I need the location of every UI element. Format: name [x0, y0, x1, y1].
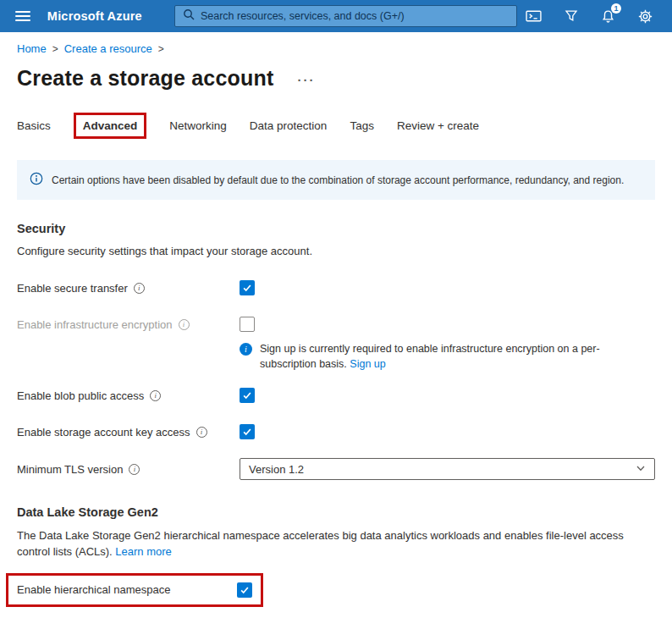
info-icon	[30, 172, 43, 188]
breadcrumb-home-link[interactable]: Home	[17, 42, 47, 55]
search-input[interactable]	[201, 10, 509, 22]
settings-gear-icon[interactable]	[637, 8, 653, 24]
minimum-tls-label: Minimum TLS version	[17, 463, 123, 476]
tab-advanced[interactable]: Advanced	[74, 113, 147, 139]
infrastructure-signup-note: Sign up is currently required to enable …	[240, 341, 655, 372]
info-banner-text: Certain options have been disabled by de…	[52, 174, 624, 186]
brand-title[interactable]: Microsoft Azure	[47, 9, 142, 23]
infrastructure-encryption-row: Enable infrastructure encryption	[17, 317, 655, 332]
blob-public-access-row: Enable blob public access	[17, 388, 655, 403]
tab-tags[interactable]: Tags	[350, 119, 374, 132]
info-banner: Certain options have been disabled by de…	[17, 160, 655, 200]
info-tooltip-icon[interactable]	[134, 283, 145, 294]
breadcrumb-separator-icon	[52, 42, 58, 55]
secure-transfer-label: Enable secure transfer	[17, 282, 128, 295]
info-tooltip-icon[interactable]	[196, 427, 207, 438]
search-icon	[183, 8, 195, 24]
notification-badge: 1	[611, 3, 621, 14]
directory-filter-icon[interactable]	[563, 8, 579, 24]
security-description: Configure security settings that impact …	[17, 245, 655, 258]
breadcrumb-separator-icon	[158, 42, 164, 55]
minimum-tls-row: Minimum TLS version Version 1.2	[17, 458, 655, 480]
key-access-checkbox[interactable]	[240, 424, 255, 439]
hamburger-menu-icon[interactable]	[15, 11, 30, 21]
tab-bar: Basics Advanced Networking Data protecti…	[17, 111, 655, 140]
infrastructure-encryption-checkbox[interactable]	[240, 317, 255, 332]
secure-transfer-checkbox[interactable]	[240, 280, 255, 295]
breadcrumb-create-resource-link[interactable]: Create a resource	[64, 42, 152, 55]
infrastructure-encryption-label: Enable infrastructure encryption	[17, 318, 173, 331]
page-content: Home Create a resource Create a storage …	[0, 42, 672, 607]
hierarchical-namespace-label: Enable hierarchical namespace	[17, 583, 170, 596]
tab-basics[interactable]: Basics	[17, 119, 51, 132]
datalake-description-text: The Data Lake Storage Gen2 hierarchical …	[17, 529, 624, 558]
breadcrumb: Home Create a resource	[17, 42, 655, 55]
datalake-heading: Data Lake Storage Gen2	[17, 505, 655, 520]
security-heading: Security	[17, 222, 655, 236]
cloud-shell-icon[interactable]	[526, 8, 542, 24]
global-search[interactable]	[174, 5, 517, 27]
tab-review-create[interactable]: Review + create	[397, 119, 479, 132]
info-tooltip-icon[interactable]	[150, 390, 161, 401]
key-access-label: Enable storage account key access	[17, 426, 190, 439]
info-tooltip-icon[interactable]	[129, 464, 140, 475]
sign-up-link[interactable]: Sign up	[350, 358, 385, 370]
tab-data-protection[interactable]: Data protection	[250, 119, 328, 132]
tab-networking[interactable]: Networking	[169, 119, 227, 132]
notifications-bell-icon[interactable]: 1	[600, 8, 616, 24]
hierarchical-namespace-checkbox[interactable]	[237, 582, 252, 598]
blob-public-access-label: Enable blob public access	[17, 389, 144, 402]
blob-public-access-checkbox[interactable]	[240, 388, 255, 403]
chevron-down-icon	[636, 463, 646, 476]
more-menu-icon[interactable]	[298, 73, 316, 87]
signup-note-text: Sign up is currently required to enable …	[260, 343, 600, 370]
info-tooltip-icon[interactable]	[179, 319, 190, 330]
secure-transfer-row: Enable secure transfer	[17, 280, 655, 295]
page-title: Create a storage account	[17, 66, 274, 91]
minimum-tls-dropdown[interactable]: Version 1.2	[240, 458, 655, 480]
key-access-row: Enable storage account key access	[17, 424, 655, 439]
info-filled-icon	[240, 343, 252, 356]
top-bar-icons: 1	[526, 8, 660, 24]
learn-more-link[interactable]: Learn more	[115, 545, 171, 558]
hierarchical-namespace-row: Enable hierarchical namespace	[6, 573, 263, 607]
datalake-description: The Data Lake Storage Gen2 hierarchical …	[17, 528, 643, 560]
top-bar: Microsoft Azure 1	[0, 0, 672, 32]
minimum-tls-value: Version 1.2	[249, 463, 304, 476]
